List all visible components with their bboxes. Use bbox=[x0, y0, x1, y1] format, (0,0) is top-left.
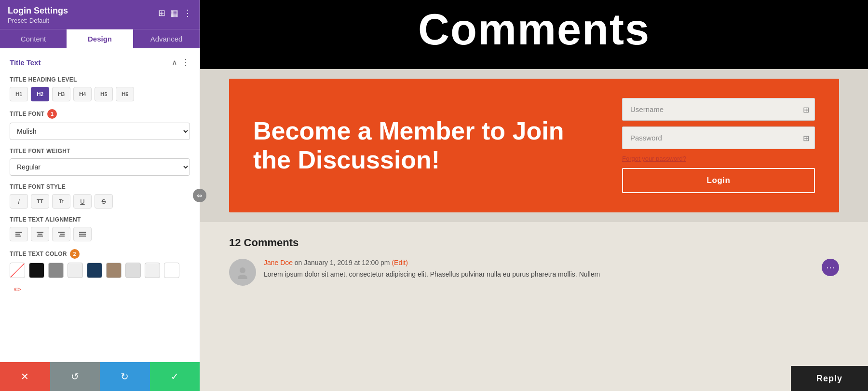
tabs-bar: Content Design Advanced bbox=[0, 29, 200, 48]
alignment-label: Title Text Alignment bbox=[10, 216, 190, 223]
color-swatch-white[interactable] bbox=[164, 263, 179, 278]
svg-rect-7 bbox=[60, 234, 65, 235]
panel-title: Login Settings bbox=[8, 6, 68, 16]
password-icon: ⊞ bbox=[803, 133, 809, 142]
color-swatch-darkblue[interactable] bbox=[87, 263, 102, 278]
collapse-icon[interactable]: ∧ bbox=[172, 58, 177, 67]
underline-btn[interactable]: U bbox=[73, 194, 92, 209]
italic-btn[interactable]: I bbox=[10, 194, 28, 209]
panel-header-left: Login Settings Preset: Default bbox=[8, 6, 68, 24]
section-controls: ∧ ⋮ bbox=[172, 57, 190, 68]
font-badge: 1 bbox=[47, 109, 57, 119]
svg-rect-10 bbox=[79, 234, 86, 235]
redo-button[interactable]: ↻ bbox=[100, 362, 150, 391]
comment-row: Jane Doe on January 1, 2019 at 12:00 pm … bbox=[229, 259, 839, 286]
comment-body: Jane Doe on January 1, 2019 at 12:00 pm … bbox=[264, 259, 814, 279]
font-weight-label: Title Font Weight bbox=[10, 148, 190, 154]
panel-header: Login Settings Preset: Default ⊞ ▦ ⋮ bbox=[0, 0, 200, 29]
color-swatch-black[interactable] bbox=[29, 263, 44, 278]
heading-level-label: Title Heading Level bbox=[10, 76, 190, 83]
svg-rect-0 bbox=[15, 232, 22, 233]
style-buttons: I TT Tt U S bbox=[10, 194, 190, 209]
more-options-icon[interactable]: ⋮ bbox=[183, 8, 192, 18]
svg-rect-11 bbox=[79, 236, 86, 237]
panel-preset[interactable]: Preset: Default bbox=[8, 17, 68, 24]
tab-content[interactable]: Content bbox=[0, 29, 67, 48]
comment-date: on January 1, 2019 at 12:00 pm bbox=[295, 259, 390, 266]
align-right-btn[interactable] bbox=[52, 227, 70, 241]
tab-design[interactable]: Design bbox=[67, 29, 133, 48]
color-swatch-lightgray[interactable] bbox=[68, 263, 83, 278]
color-badge: 2 bbox=[70, 249, 80, 259]
page-header: Comments bbox=[200, 0, 868, 69]
login-form: ⊞ ⊞ Forgot your password? Login bbox=[622, 98, 815, 193]
align-justify-btn[interactable] bbox=[73, 227, 92, 241]
comment-meta: Jane Doe on January 1, 2019 at 12:00 pm … bbox=[264, 259, 814, 266]
panel-body: Title Text ∧ ⋮ Title Heading Level H1 H2… bbox=[0, 48, 200, 391]
comments-count: 12 Comments bbox=[229, 237, 839, 249]
login-button[interactable]: Login bbox=[622, 168, 815, 193]
username-input[interactable] bbox=[622, 98, 815, 121]
color-swatch-offwhite[interactable] bbox=[145, 263, 160, 278]
undo-button[interactable]: ↺ bbox=[50, 362, 100, 391]
font-weight-select[interactable]: Regular bbox=[10, 158, 190, 176]
settings-panel: Login Settings Preset: Default ⊞ ▦ ⋮ Con… bbox=[0, 0, 200, 391]
heading-h1-btn[interactable]: H1 bbox=[10, 87, 28, 101]
heading-h2-btn[interactable]: H2 bbox=[31, 87, 49, 101]
color-swatch-brown[interactable] bbox=[106, 263, 122, 278]
svg-rect-9 bbox=[79, 232, 86, 233]
color-label: Title Text Color 2 bbox=[10, 249, 190, 259]
bottom-bar: ✕ ↺ ↻ ✓ bbox=[0, 362, 200, 391]
login-section: Become a Member to Join the Discussion! … bbox=[229, 79, 839, 212]
comment-edit-link[interactable]: (Edit) bbox=[392, 259, 407, 266]
svg-rect-6 bbox=[58, 232, 65, 233]
forgot-password-link[interactable]: Forgot your password? bbox=[622, 155, 815, 162]
resize-handle[interactable]: ⇔ bbox=[193, 189, 206, 202]
section-title: Title Text bbox=[10, 58, 41, 67]
username-icon: ⊞ bbox=[803, 105, 809, 114]
font-label: Title Font 1 bbox=[10, 109, 190, 119]
svg-point-13 bbox=[238, 275, 247, 279]
capitalize-btn[interactable]: Tt bbox=[52, 194, 70, 209]
columns-icon[interactable]: ▦ bbox=[170, 8, 178, 18]
password-input[interactable] bbox=[622, 126, 815, 149]
color-picker-icon[interactable]: ✏ bbox=[10, 282, 25, 297]
right-content: Comments Become a Member to Join the Dis… bbox=[200, 0, 868, 391]
comment-menu-button[interactable]: ⋯ bbox=[822, 259, 839, 276]
confirm-button[interactable]: ✓ bbox=[150, 362, 200, 391]
username-wrapper: ⊞ bbox=[622, 98, 815, 121]
uppercase-btn[interactable]: TT bbox=[31, 194, 49, 209]
login-promo-text: Become a Member to Join the Discussion! bbox=[253, 117, 593, 175]
font-select[interactable]: Mulish bbox=[10, 123, 190, 140]
color-swatch-gray[interactable] bbox=[48, 263, 64, 278]
color-swatches: ✏ bbox=[10, 263, 190, 297]
color-swatch-transparent[interactable] bbox=[10, 263, 25, 278]
color-swatch-silver[interactable] bbox=[125, 263, 141, 278]
section-header: Title Text ∧ ⋮ bbox=[10, 57, 190, 68]
heading-h6-btn[interactable]: H6 bbox=[116, 87, 134, 101]
heading-h4-btn[interactable]: H4 bbox=[73, 87, 92, 101]
align-center-btn[interactable] bbox=[31, 227, 49, 241]
comment-text: Lorem ipsum dolor sit amet, consectetur … bbox=[264, 269, 814, 279]
reply-button[interactable]: Reply bbox=[791, 366, 868, 391]
section-more-icon[interactable]: ⋮ bbox=[181, 57, 190, 68]
panel-header-icons: ⊞ ▦ ⋮ bbox=[158, 8, 192, 18]
svg-rect-1 bbox=[15, 234, 20, 235]
svg-rect-8 bbox=[59, 236, 65, 237]
font-style-label: Title Font Style bbox=[10, 183, 190, 190]
align-left-btn[interactable] bbox=[10, 227, 28, 241]
cancel-button[interactable]: ✕ bbox=[0, 362, 50, 391]
comment-author: Jane Doe bbox=[264, 259, 293, 266]
comments-area: 12 Comments Jane Doe on January 1, 2019 … bbox=[200, 222, 868, 391]
svg-rect-3 bbox=[37, 232, 43, 233]
svg-rect-2 bbox=[15, 236, 21, 237]
strikethrough-btn[interactable]: S bbox=[95, 194, 113, 209]
password-wrapper: ⊞ bbox=[622, 126, 815, 149]
alignment-buttons bbox=[10, 227, 190, 241]
resize-icon[interactable]: ⊞ bbox=[158, 8, 165, 18]
svg-rect-5 bbox=[37, 236, 43, 237]
heading-h3-btn[interactable]: H3 bbox=[52, 87, 70, 101]
tab-advanced[interactable]: Advanced bbox=[133, 29, 200, 48]
svg-point-12 bbox=[240, 267, 245, 273]
heading-h5-btn[interactable]: H5 bbox=[95, 87, 113, 101]
